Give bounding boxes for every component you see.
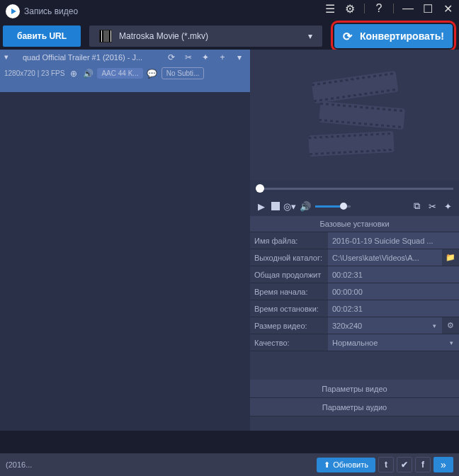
- format-label: Matroska Movie (*.mkv): [119, 31, 208, 41]
- setting-row: Выходной каталог:C:\Users\kate\Videos\A.…: [250, 249, 459, 266]
- setting-label: Размер видео:: [250, 322, 328, 330]
- setting-label: Время начала:: [250, 288, 328, 296]
- file-item[interactable]: ▾ quad Official Trailer #1 (2016) - J...…: [0, 50, 250, 92]
- setting-row: Размер видео:320x240▾⚙: [250, 317, 459, 334]
- subtitle-icon[interactable]: 💬: [147, 69, 157, 79]
- update-button[interactable]: ⬆ Обновить: [317, 458, 375, 472]
- setting-label: Общая продолжит: [250, 271, 328, 279]
- minimize-icon[interactable]: —: [402, 3, 414, 14]
- convert-button[interactable]: ⟳ Конвертировать!: [334, 24, 453, 48]
- file-resolution: 1280x720 | 23 FPS: [4, 69, 64, 77]
- upload-icon: ⬆: [324, 460, 330, 470]
- scissors-icon[interactable]: ✂: [183, 52, 193, 62]
- twitter-button[interactable]: t: [378, 457, 394, 472]
- effects-icon[interactable]: ✦: [200, 52, 210, 62]
- audio-params-button[interactable]: Параметры аудио: [250, 398, 459, 416]
- setting-value: 00:02:31: [328, 300, 459, 317]
- setting-value: 00:02:31: [328, 266, 459, 283]
- convert-label: Конвертировать!: [360, 30, 444, 42]
- setting-value[interactable]: C:\Users\kate\Videos\A...: [328, 249, 442, 266]
- setting-label: Время остановки:: [250, 305, 328, 313]
- settings-header: Базовые установки: [250, 216, 459, 232]
- file-list: ▾ quad Official Trailer #1 (2016) - J...…: [0, 50, 250, 431]
- refresh-icon[interactable]: ⟳: [166, 52, 176, 62]
- file-index: ▾: [4, 52, 17, 62]
- setting-row: Качество:Нормальное▾: [250, 334, 459, 351]
- setting-value[interactable]: 320x240▾: [328, 317, 442, 334]
- volume-icon[interactable]: 🔊: [300, 200, 311, 212]
- effects-icon[interactable]: ✦: [442, 200, 453, 212]
- setting-row: Общая продолжит00:02:31: [250, 266, 459, 283]
- maximize-icon[interactable]: ☐: [422, 3, 434, 14]
- subtitle-pill[interactable]: No Subti...: [162, 67, 205, 79]
- setting-label: Качество:: [250, 339, 328, 347]
- setting-label: Имя файла:: [250, 237, 328, 245]
- setting-value: 00:00:00: [328, 283, 459, 300]
- gear-icon[interactable]: ⚙: [442, 321, 459, 330]
- close-icon[interactable]: ✕: [442, 3, 453, 14]
- setting-label: Выходной каталог:: [250, 254, 328, 262]
- app-logo: [6, 4, 20, 18]
- convert-icon: ⟳: [343, 30, 356, 42]
- vk-button[interactable]: ✔: [397, 457, 412, 472]
- convert-highlight: ⟳ Конвертировать!: [331, 21, 456, 52]
- help-icon[interactable]: ?: [373, 3, 385, 14]
- chevron-down-icon: ▾: [308, 31, 312, 41]
- audio-codec-pill[interactable]: AAC 44 K...: [97, 68, 142, 79]
- volume-small-icon[interactable]: 🔊: [83, 69, 93, 79]
- app-title: Запись видео: [24, 6, 78, 16]
- status-text: (2016...: [6, 460, 314, 469]
- add-icon[interactable]: +: [217, 52, 227, 62]
- output-format-selector[interactable]: Matroska Movie (*.mkv) ▾: [89, 26, 322, 47]
- chevron-down-icon[interactable]: ▾: [433, 322, 442, 329]
- setting-row: Время остановки:00:02:31: [250, 300, 459, 317]
- setting-row: Имя файла:2016-01-19 Suicide Squad ...: [250, 232, 459, 249]
- facebook-button[interactable]: f: [415, 457, 431, 472]
- add-url-button[interactable]: бавить URL: [3, 26, 81, 47]
- film-placeholder-art: [298, 69, 412, 162]
- folder-icon[interactable]: 📁: [442, 253, 459, 262]
- crosshair-icon[interactable]: ⊕: [69, 69, 79, 79]
- seek-slider[interactable]: [256, 188, 453, 190]
- divider: [364, 4, 365, 13]
- link-icon[interactable]: ⧉: [411, 200, 422, 212]
- volume-slider[interactable]: [315, 205, 351, 208]
- divider: [393, 4, 394, 13]
- gear-icon[interactable]: ⚙: [344, 3, 356, 14]
- video-params-button[interactable]: Параметры видео: [250, 380, 459, 398]
- setting-value[interactable]: Нормальное▾: [328, 334, 459, 351]
- more-button[interactable]: »: [434, 457, 453, 472]
- update-label: Обновить: [333, 460, 368, 469]
- chevron-down-icon[interactable]: ▾: [450, 339, 459, 346]
- setting-row: Время начала:00:00:00: [250, 283, 459, 300]
- film-icon: [99, 30, 112, 42]
- list-icon[interactable]: ☰: [324, 3, 336, 14]
- video-preview: [250, 50, 459, 181]
- seek-thumb[interactable]: [256, 184, 264, 193]
- setting-value[interactable]: 2016-01-19 Suicide Squad ...: [328, 232, 459, 249]
- play-button[interactable]: ▶: [256, 200, 267, 212]
- scissors-icon[interactable]: ✂: [426, 200, 438, 212]
- expand-icon[interactable]: ▾: [234, 52, 244, 62]
- snapshot-button[interactable]: ◎▾: [284, 200, 295, 212]
- stop-button[interactable]: [271, 202, 280, 210]
